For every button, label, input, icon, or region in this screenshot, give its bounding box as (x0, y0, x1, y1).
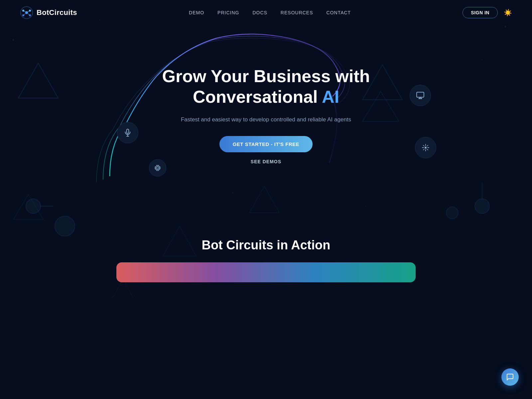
logo-area[interactable]: BotCircuits (20, 6, 77, 19)
chip-icon (154, 164, 161, 172)
hero-title-highlight: AI (322, 87, 339, 106)
chat-bubble-button[interactable] (501, 368, 519, 386)
hero-title: Grow Your Business with Conversational A… (162, 66, 370, 107)
cursor-float-circle (415, 137, 436, 158)
svg-line-45 (427, 145, 428, 146)
hero-title-line1: Grow Your Business with (162, 66, 370, 86)
monitor-icon (416, 91, 425, 100)
theme-toggle-icon[interactable]: ☀️ (504, 9, 512, 17)
svg-line-44 (427, 149, 428, 150)
svg-line-31 (23, 13, 27, 15)
svg-rect-48 (157, 167, 159, 169)
svg-point-38 (425, 147, 427, 149)
monitor-float-circle (410, 85, 431, 106)
mic-icon (123, 128, 132, 137)
demo-card-preview (116, 262, 416, 282)
sign-in-button[interactable]: SIGN IN (463, 7, 498, 18)
nav-contact[interactable]: CONTACT (327, 10, 351, 15)
hero-section: Grow Your Business with Conversational A… (0, 25, 532, 211)
get-started-button[interactable]: GET STARTED - IT'S FREE (219, 136, 313, 152)
svg-rect-47 (156, 166, 160, 170)
bottom-section: Bot Circuits in Action (0, 211, 532, 296)
nav-resources[interactable]: RESOURCES (281, 10, 313, 15)
mic-float-circle (117, 122, 138, 143)
svg-line-32 (27, 13, 30, 15)
svg-line-46 (423, 149, 424, 150)
see-demos-link[interactable]: SEE DEMOS (162, 159, 370, 164)
nav-docs[interactable]: DOCS (252, 10, 267, 15)
chat-icon (506, 373, 514, 381)
hero-title-line2: Conversational (193, 87, 322, 106)
brand-name: BotCircuits (37, 8, 77, 17)
nav-links: DEMO PRICING DOCS RESOURCES CONTACT (189, 10, 351, 15)
nav-pricing[interactable]: PRICING (217, 10, 239, 15)
svg-line-43 (423, 145, 424, 146)
svg-rect-33 (127, 129, 129, 133)
svg-rect-36 (417, 92, 424, 97)
nav-demo[interactable]: DEMO (189, 10, 204, 15)
navbar: BotCircuits DEMO PRICING DOCS RESOURCES … (0, 0, 532, 25)
bottom-title: Bot Circuits in Action (7, 238, 525, 252)
sparkle-icon (422, 144, 430, 152)
hero-content: Grow Your Business with Conversational A… (162, 66, 370, 165)
nav-right: SIGN IN ☀️ (463, 7, 512, 18)
hero-subtitle: Fastest and easiest way to develop contr… (180, 115, 352, 124)
logo-icon (20, 6, 33, 19)
